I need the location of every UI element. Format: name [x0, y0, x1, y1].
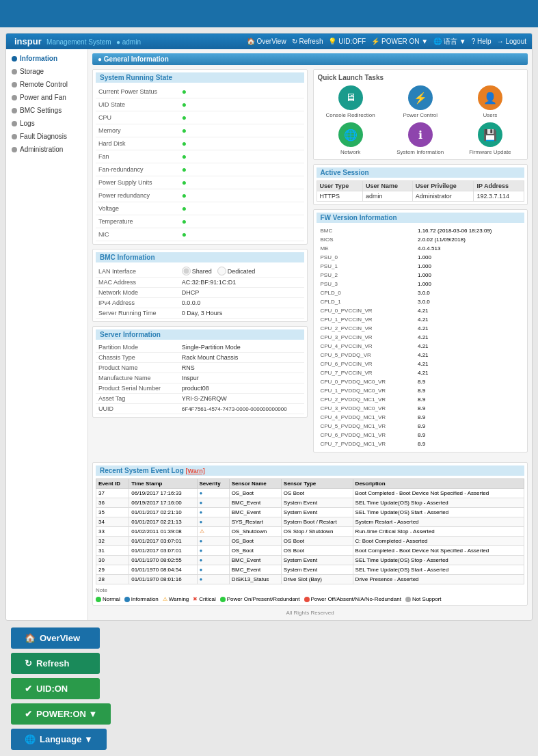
row-label: CPU_2_PVCCIN_VR	[318, 325, 414, 332]
quick-launch-network[interactable]: 🌐 Network	[318, 122, 384, 155]
event-row: 35 01/01/2017 02:21:10 ● BMC_Event Syste…	[96, 508, 524, 517]
row-label: CPU_4_PVCCIN_VR	[318, 342, 414, 350]
row-label: PSU_1	[318, 262, 414, 270]
row-value: 3.0.0	[415, 289, 523, 297]
table-row: CPU_4_PVCCIN_VR4.21	[318, 342, 524, 350]
event-desc: SEL Time Update(OS) Stop - Asserted	[353, 498, 524, 508]
legend-label-normal: Normal	[103, 596, 120, 602]
event-time: 01/01/1970 08:02:55	[129, 556, 197, 565]
firmware-label: Firmware Update	[469, 149, 511, 155]
col-time-stamp: Time Stamp	[129, 479, 197, 489]
quick-launch-firmware[interactable]: 💾 Firmware Update	[457, 122, 523, 155]
nav-help[interactable]: ? Help	[472, 38, 492, 45]
event-id: 33	[96, 527, 129, 537]
sensor-name: DISK13_Status	[229, 575, 281, 584]
sidebar-label: Administration	[20, 146, 63, 153]
nav-language[interactable]: 🌐 语言 ▼	[433, 37, 466, 46]
sensor-type: System Event	[281, 508, 353, 517]
asset-tag: YRI-S-ZN6RQW	[179, 394, 304, 404]
event-time: 01/01/2017 02:21:10	[129, 508, 197, 517]
event-id: 31	[96, 546, 129, 556]
row-label: PSU_2	[318, 271, 414, 279]
event-id: 30	[96, 556, 129, 565]
severity-icon: ●	[200, 509, 203, 515]
status-indicator: ●	[182, 139, 187, 148]
legend-dot-info	[124, 597, 130, 602]
sidebar-item-fault-diagnosis[interactable]: Fault Diagnosis	[6, 130, 88, 143]
nav-overview[interactable]: 🏠 OverView	[247, 38, 286, 45]
event-row: 31 01/01/2017 03:07:01 ● OS_Boot OS Boot…	[96, 546, 524, 556]
row-label: CPU_6_PVCCIN_VR	[318, 360, 414, 368]
table-row: CPU_2_PVDDQ_MC1_VR8.9	[318, 396, 524, 403]
col-sensor-name: Sensor Name	[229, 479, 281, 489]
row-label: Memory	[96, 124, 179, 137]
row-value: 4.21	[415, 369, 523, 377]
language-button[interactable]: 🌐 Language ▼	[11, 729, 107, 750]
sidebar-item-power-fan[interactable]: Power and Fan	[6, 91, 88, 104]
row-label: Power redundancy	[96, 189, 179, 202]
nav-power[interactable]: ⚡ POWER ON ▼	[371, 38, 428, 45]
session-row: HTTPS admin Administrator 192.3.7.114	[317, 191, 524, 202]
language-icon: 🌐	[25, 734, 36, 744]
refresh-button[interactable]: ↻ Refresh	[11, 653, 100, 674]
nav-refresh[interactable]: ↻ Refresh	[292, 38, 323, 45]
lan-interface-radio: Shared Dedicated	[182, 267, 301, 275]
network-label: Network	[340, 149, 360, 155]
nav-uid[interactable]: 💡 UID:OFF	[328, 38, 366, 45]
row-value: 4.21	[415, 334, 523, 341]
dedicated-radio[interactable]	[217, 267, 226, 275]
shared-radio[interactable]	[182, 267, 191, 275]
power-label: Power Control	[403, 112, 438, 118]
sensor-type: OS Boot	[281, 537, 353, 546]
row-label: Network Mode	[96, 288, 179, 298]
product-serial: product08	[179, 383, 304, 394]
sidebar-item-bmc-settings[interactable]: BMC Settings	[6, 104, 88, 117]
table-row: NIC ●	[96, 228, 304, 241]
nav-logout[interactable]: → Logout	[497, 38, 526, 45]
legend-critical-icon: ✖	[193, 596, 198, 602]
sidebar-item-administration[interactable]: Administration	[6, 143, 88, 156]
sidebar-item-logs[interactable]: Logs	[6, 117, 88, 130]
language-label: Language ▼	[40, 734, 93, 744]
session-user-name: admin	[362, 191, 412, 202]
sidebar-item-remote-control[interactable]: Remote Control	[6, 78, 88, 91]
event-row: 29 01/01/1970 08:04:54 ● BMC_Event Syste…	[96, 565, 524, 575]
table-row: UUID 6F4F7561-4574-7473-0000-00000000000…	[96, 404, 304, 414]
sidebar-item-storage[interactable]: Storage	[6, 65, 88, 78]
event-log-warn-link[interactable]: [Warn]	[186, 468, 205, 474]
event-id: 32	[96, 537, 129, 546]
severity-icon: ⚠	[200, 528, 204, 535]
row-value: 8.9	[415, 387, 523, 394]
table-row: CPU_0_PVDDQ_MC0_VR8.9	[318, 378, 524, 386]
sidebar-label: Power and Fan	[20, 94, 66, 101]
main-content: ● General Information System Running Sta…	[88, 49, 532, 620]
row-label: Fan	[96, 150, 179, 163]
table-row: PSU_01.000	[318, 254, 524, 261]
power-icon: ⚡	[408, 85, 433, 110]
event-desc: C: Boot Completed - Asserted	[353, 537, 524, 546]
quick-launch-power[interactable]: ⚡ Power Control	[388, 85, 453, 118]
col-privilege: User Privilege	[412, 181, 474, 191]
sidebar-item-information[interactable]: Information	[6, 52, 88, 65]
row-label: CPU_3_PVCCIN_VR	[318, 334, 414, 341]
sensor-name: BMC_Event	[229, 565, 281, 575]
server-info-table: Partition Mode Single-Partition Mode Cha…	[96, 342, 304, 414]
active-session-title: Active Session	[317, 167, 525, 178]
quick-launch: Quick Launch Tasks 🖥 Console Redirection…	[313, 69, 528, 160]
row-label: UUID	[96, 404, 179, 414]
row-label: Temperature	[96, 215, 179, 228]
status-indicator: ●	[182, 113, 187, 122]
event-desc: SEL Time Update(OS) Start - Asserted	[353, 508, 524, 517]
console-label: Console Redirection	[326, 112, 375, 118]
uid-button[interactable]: ✔ UID:ON	[11, 678, 100, 699]
row-label: CPU_4_PVDDQ_MC1_VR	[318, 414, 414, 421]
overview-button[interactable]: 🏠 OverView	[11, 627, 100, 649]
status-indicator: ●	[182, 165, 187, 174]
power-button[interactable]: ✔ POWER:ON ▼	[11, 703, 111, 725]
status-indicator: ●	[182, 217, 187, 226]
row-label: Partition Mode	[96, 342, 179, 353]
quick-launch-sysinfo[interactable]: ℹ System Information	[388, 122, 453, 155]
quick-launch-console[interactable]: 🖥 Console Redirection	[318, 85, 384, 118]
legend-label-not-support: Not Support	[412, 596, 442, 602]
quick-launch-users[interactable]: 👤 Users	[457, 85, 523, 118]
